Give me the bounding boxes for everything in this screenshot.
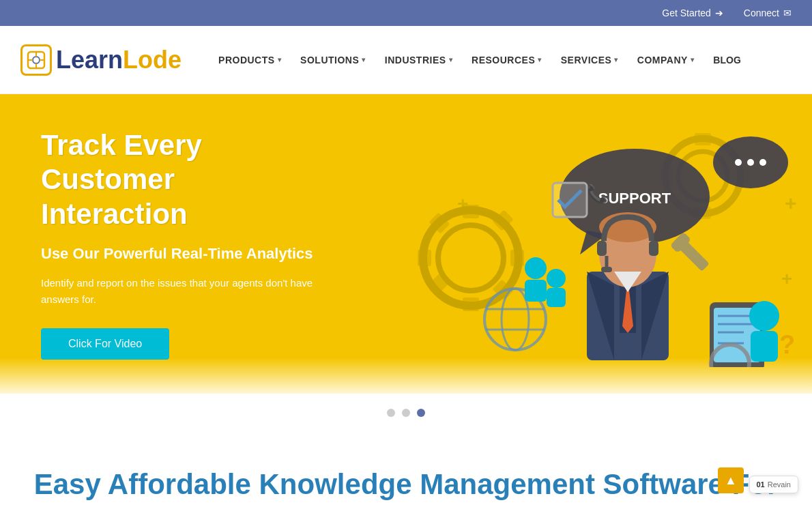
get-started-link[interactable]: Get Started ➔: [662, 8, 723, 18]
slider-dot-2[interactable]: [402, 409, 410, 417]
revain-number: 01: [757, 480, 765, 489]
hero-description: Identify and report on the issues that y…: [41, 275, 314, 308]
arrow-right-icon: ➔: [715, 8, 723, 18]
svg-rect-9: [463, 298, 479, 311]
chevron-down-icon: ▾: [538, 56, 542, 63]
top-bar: Get Started ➔ Connect ✉: [0, 0, 812, 26]
connect-link[interactable]: Connect ✉: [744, 8, 792, 18]
hero-illustration: SUPPORT 📞: [389, 94, 812, 394]
hero-svg: SUPPORT 📞: [403, 121, 798, 367]
svg-rect-10: [418, 250, 431, 266]
svg-point-60: [547, 269, 566, 288]
svg-point-55: [749, 301, 779, 331]
logo[interactable]: LearnLode: [20, 44, 182, 76]
logo-learn: Learn: [56, 46, 123, 74]
svg-text:+: +: [457, 193, 468, 214]
svg-point-58: [525, 257, 547, 279]
section-title: Easy Affordable Knowledge Management Sof…: [20, 466, 792, 507]
svg-rect-35: [597, 241, 607, 256]
chevron-down-icon: ▾: [278, 56, 282, 63]
hero-section: Track Every Customer Interaction Use Our…: [0, 94, 812, 394]
hero-title: Track Every Customer Interaction: [41, 128, 314, 231]
chevron-down-icon: ▾: [691, 56, 695, 63]
svg-point-28: [747, 159, 754, 166]
chevron-down-icon: ▾: [614, 56, 618, 63]
slider-dot-3[interactable]: [417, 409, 425, 417]
nav-resources[interactable]: RESOURCES ▾: [462, 48, 551, 72]
logo-icon: [20, 44, 52, 76]
slider-dots: [0, 394, 812, 432]
svg-text:+: +: [785, 192, 797, 214]
header: LearnLode PRODUCTS ▾ SOLUTIONS ▾ INDUSTR…: [0, 26, 812, 94]
nav-blog[interactable]: BLOG: [704, 48, 750, 72]
connect-label: Connect: [744, 8, 779, 18]
slider-dot-1[interactable]: [387, 409, 395, 417]
hero-subtitle: Use Our Powerful Real-Time Analytics: [41, 245, 314, 263]
hero-cta-button[interactable]: Click For Video: [41, 328, 169, 360]
nav-industries[interactable]: INDUSTRIES ▾: [375, 48, 462, 72]
svg-text:📞: 📞: [586, 183, 609, 205]
chat-icon: ✉: [783, 8, 792, 18]
main-nav: PRODUCTS ▾ SOLUTIONS ▾ INDUSTRIES ▾ RESO…: [209, 48, 792, 72]
svg-rect-38: [601, 267, 612, 272]
svg-rect-36: [649, 241, 658, 256]
nav-solutions[interactable]: SOLUTIONS ▾: [291, 48, 375, 72]
nav-services[interactable]: SERVICES ▾: [551, 48, 628, 72]
svg-rect-18: [695, 133, 711, 145]
svg-rect-56: [751, 331, 778, 362]
svg-point-29: [759, 159, 766, 166]
svg-text:+: +: [781, 268, 792, 289]
revain-badge: 01 Revain: [749, 476, 799, 493]
chevron-down-icon: ▾: [449, 56, 453, 63]
logo-text: LearnLode: [56, 48, 182, 72]
section-heading: Easy Affordable Knowledge Management Sof…: [0, 432, 812, 507]
svg-text:?: ?: [779, 330, 795, 359]
svg-point-27: [735, 159, 742, 166]
get-started-label: Get Started: [662, 8, 711, 18]
logo-lode: Lode: [123, 46, 182, 74]
nav-products[interactable]: PRODUCTS ▾: [209, 48, 291, 72]
svg-point-44: [502, 289, 529, 350]
chevron-down-icon: ▾: [362, 56, 366, 63]
revain-label: Revain: [768, 480, 791, 489]
hero-content: Track Every Customer Interaction Use Our…: [0, 94, 355, 394]
svg-rect-11: [510, 250, 524, 266]
nav-company[interactable]: COMPANY ▾: [628, 48, 704, 72]
svg-point-1: [33, 57, 40, 63]
logo-svg: [27, 50, 46, 70]
scroll-top-button[interactable]: ▲: [718, 467, 744, 493]
svg-text:SUPPORT: SUPPORT: [598, 190, 671, 207]
svg-rect-61: [547, 288, 566, 307]
svg-rect-59: [525, 280, 547, 302]
